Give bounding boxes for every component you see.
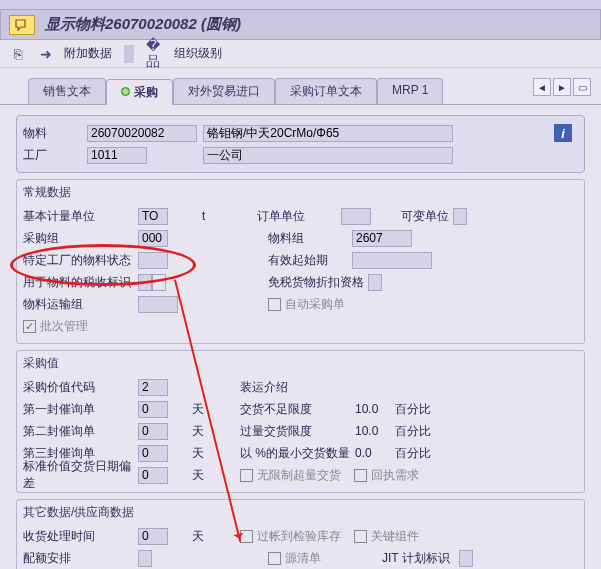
reminder2-field bbox=[138, 423, 168, 440]
ack-req-checkbox bbox=[354, 469, 367, 482]
gr-time-field bbox=[138, 528, 168, 545]
group-other: 其它数据/供应商数据 收货处理时间天过帐到检验库存关键组件 配额安排源清单JIT… bbox=[16, 499, 585, 569]
material-field bbox=[87, 125, 197, 142]
tax-ind-field bbox=[138, 274, 152, 291]
plant-label: 工厂 bbox=[23, 147, 87, 164]
std-deviation-field bbox=[138, 467, 168, 484]
active-dot-icon bbox=[121, 87, 130, 96]
shipping-grp-field bbox=[138, 296, 178, 313]
critical-checkbox bbox=[354, 530, 367, 543]
toolbar-addl-data[interactable]: 附加数据 bbox=[64, 45, 112, 62]
tab-purchasing[interactable]: 采购 bbox=[106, 79, 173, 105]
basic-area: 物料 i 工厂 bbox=[16, 115, 585, 173]
tab-bar: 销售文本 采购 对外贸易进口 采购订单文本 MRP 1 ◄ ► ▭ bbox=[0, 78, 601, 105]
plant-field bbox=[87, 147, 147, 164]
order-unit-field bbox=[341, 208, 371, 225]
purch-value-code-field bbox=[138, 379, 168, 396]
window-header: 显示物料26070020082 (圆钢) bbox=[0, 10, 601, 40]
plant-desc-field bbox=[203, 147, 453, 164]
source-list-checkbox bbox=[268, 552, 281, 565]
tab-next-icon[interactable]: ► bbox=[553, 78, 571, 96]
jit-field bbox=[459, 550, 473, 567]
tab-prev-icon[interactable]: ◄ bbox=[533, 78, 551, 96]
toolbar: ⎘ ➜ 附加数据 �品 组织级别 bbox=[0, 40, 601, 68]
quota-field bbox=[138, 550, 152, 567]
group-general: 常规数据 基本计量单位t订单单位可变单位 采购组物料组 特定工厂的物料状态有效起… bbox=[16, 179, 585, 344]
toolbar-org-level[interactable]: 组织级别 bbox=[174, 45, 222, 62]
material-desc-field bbox=[203, 125, 453, 142]
matl-group-field bbox=[352, 230, 412, 247]
valid-from-field bbox=[352, 252, 432, 269]
group-purch-values: 采购值 采购价值代码装运介绍 第一封催询单天交货不足限度10.0百分比 第二封催… bbox=[16, 350, 585, 493]
note-icon bbox=[9, 15, 35, 35]
base-uom-field bbox=[138, 208, 168, 225]
plant-status-field bbox=[138, 252, 168, 269]
tab-list-icon[interactable]: ▭ bbox=[573, 78, 591, 96]
post-inspect-checkbox bbox=[240, 530, 253, 543]
group-purch-title: 采购值 bbox=[17, 353, 584, 374]
discount-field bbox=[368, 274, 382, 291]
info-icon[interactable]: i bbox=[554, 124, 572, 142]
group-other-title: 其它数据/供应商数据 bbox=[17, 502, 584, 523]
purch-group-field bbox=[138, 230, 168, 247]
tab-sales-text[interactable]: 销售文本 bbox=[28, 78, 106, 104]
tab-po-text[interactable]: 采购订单文本 bbox=[275, 78, 377, 104]
page-title: 显示物料26070020082 (圆钢) bbox=[45, 15, 241, 34]
group-general-title: 常规数据 bbox=[17, 182, 584, 203]
reminder1-field bbox=[138, 401, 168, 418]
tab-mrp1[interactable]: MRP 1 bbox=[377, 78, 443, 104]
reminder3-field bbox=[138, 445, 168, 462]
var-unit-field bbox=[453, 208, 467, 225]
material-label: 物料 bbox=[23, 125, 87, 142]
tax-help-icon[interactable] bbox=[152, 274, 166, 291]
unlimited-checkbox bbox=[240, 469, 253, 482]
arrow-icon[interactable]: ➜ bbox=[36, 44, 56, 64]
auto-po-checkbox bbox=[268, 298, 281, 311]
org-icon[interactable]: �品 bbox=[146, 44, 166, 64]
toolbar-icon-1[interactable]: ⎘ bbox=[8, 44, 28, 64]
batch-mgmt-checkbox bbox=[23, 320, 36, 333]
tab-foreign-trade[interactable]: 对外贸易进口 bbox=[173, 78, 275, 104]
